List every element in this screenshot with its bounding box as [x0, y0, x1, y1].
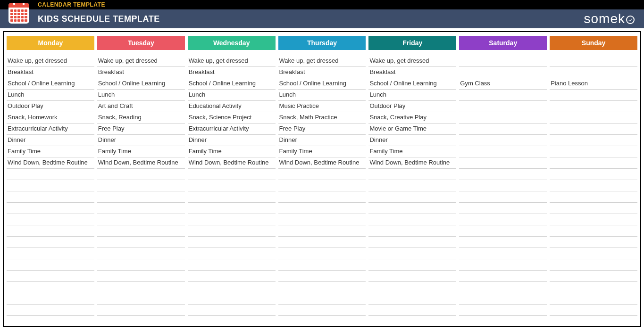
schedule-cell[interactable] [459, 191, 547, 203]
schedule-cell[interactable] [459, 305, 547, 316]
schedule-cell[interactable]: Wake up, get dressed [7, 56, 94, 67]
schedule-cell[interactable] [97, 169, 185, 180]
schedule-cell[interactable] [550, 90, 637, 101]
schedule-cell[interactable] [550, 271, 637, 282]
schedule-cell[interactable]: School / Online Learning [188, 78, 276, 90]
schedule-cell[interactable] [459, 67, 547, 78]
schedule-cell[interactable] [188, 248, 276, 259]
schedule-cell[interactable] [550, 180, 637, 191]
schedule-cell[interactable] [368, 191, 456, 203]
schedule-cell[interactable] [368, 225, 456, 237]
schedule-cell[interactable] [97, 225, 185, 237]
schedule-cell[interactable]: Dinner [278, 135, 366, 146]
schedule-cell[interactable] [459, 124, 547, 135]
schedule-cell[interactable] [278, 169, 366, 180]
schedule-cell[interactable] [7, 225, 94, 237]
schedule-cell[interactable] [368, 248, 456, 259]
schedule-cell[interactable]: Free Play [97, 124, 185, 135]
schedule-cell[interactable]: Snack, Homework [7, 112, 94, 124]
schedule-cell[interactable] [459, 112, 547, 124]
schedule-cell[interactable]: Gym Class [459, 78, 547, 90]
schedule-cell[interactable]: Lunch [97, 90, 185, 101]
schedule-cell[interactable] [459, 237, 547, 248]
schedule-cell[interactable] [278, 180, 366, 191]
schedule-cell[interactable] [459, 259, 547, 271]
schedule-cell[interactable] [368, 214, 456, 225]
schedule-cell[interactable] [188, 169, 276, 180]
schedule-cell[interactable] [550, 259, 637, 271]
schedule-cell[interactable]: Breakfast [97, 67, 185, 78]
schedule-cell[interactable] [7, 180, 94, 191]
schedule-cell[interactable]: Breakfast [278, 67, 366, 78]
schedule-cell[interactable]: Music Practice [278, 101, 366, 112]
schedule-cell[interactable]: Breakfast [188, 67, 276, 78]
schedule-cell[interactable]: Free Play [278, 124, 366, 135]
schedule-cell[interactable] [459, 293, 547, 305]
schedule-cell[interactable] [97, 237, 185, 248]
schedule-cell[interactable] [97, 191, 185, 203]
schedule-cell[interactable] [188, 282, 276, 293]
schedule-cell[interactable]: Family Time [7, 146, 94, 157]
schedule-cell[interactable]: Dinner [188, 135, 276, 146]
schedule-cell[interactable] [188, 259, 276, 271]
schedule-cell[interactable] [550, 157, 637, 169]
schedule-cell[interactable] [7, 271, 94, 282]
schedule-cell[interactable]: Family Time [278, 146, 366, 157]
schedule-cell[interactable] [97, 259, 185, 271]
schedule-cell[interactable] [7, 305, 94, 316]
schedule-cell[interactable] [278, 203, 366, 214]
schedule-cell[interactable]: School / Online Learning [368, 78, 456, 90]
schedule-cell[interactable] [550, 146, 637, 157]
schedule-cell[interactable] [368, 305, 456, 316]
schedule-cell[interactable] [97, 293, 185, 305]
schedule-cell[interactable]: Lunch [368, 90, 456, 101]
schedule-cell[interactable] [368, 293, 456, 305]
schedule-cell[interactable] [550, 293, 637, 305]
schedule-cell[interactable]: Extracurricular Activity [7, 124, 94, 135]
schedule-cell[interactable] [459, 282, 547, 293]
schedule-cell[interactable] [7, 237, 94, 248]
schedule-cell[interactable] [7, 214, 94, 225]
schedule-cell[interactable] [550, 67, 637, 78]
schedule-cell[interactable] [278, 248, 366, 259]
schedule-cell[interactable] [459, 56, 547, 67]
schedule-cell[interactable]: Snack, Science Project [188, 112, 276, 124]
schedule-cell[interactable] [7, 203, 94, 214]
schedule-cell[interactable]: Wake up, get dressed [97, 56, 185, 67]
schedule-cell[interactable]: Snack, Math Practice [278, 112, 366, 124]
schedule-cell[interactable] [278, 305, 366, 316]
schedule-cell[interactable] [278, 214, 366, 225]
schedule-cell[interactable] [7, 293, 94, 305]
schedule-cell[interactable] [278, 259, 366, 271]
schedule-cell[interactable] [97, 214, 185, 225]
schedule-cell[interactable]: Wake up, get dressed [278, 56, 366, 67]
schedule-cell[interactable] [550, 191, 637, 203]
schedule-cell[interactable] [459, 169, 547, 180]
schedule-cell[interactable] [278, 282, 366, 293]
schedule-cell[interactable]: Breakfast [7, 67, 94, 78]
schedule-cell[interactable] [188, 305, 276, 316]
schedule-cell[interactable] [459, 157, 547, 169]
schedule-cell[interactable]: Wind Down, Bedtime Routine [7, 157, 94, 169]
schedule-cell[interactable] [7, 259, 94, 271]
schedule-cell[interactable] [188, 180, 276, 191]
schedule-cell[interactable]: Lunch [188, 90, 276, 101]
schedule-cell[interactable] [550, 135, 637, 146]
schedule-cell[interactable]: Dinner [368, 135, 456, 146]
schedule-cell[interactable] [188, 237, 276, 248]
schedule-cell[interactable]: Educational Activity [188, 101, 276, 112]
schedule-cell[interactable]: School / Online Learning [7, 78, 94, 90]
schedule-cell[interactable] [459, 90, 547, 101]
schedule-cell[interactable]: Wind Down, Bedtime Routine [188, 157, 276, 169]
schedule-cell[interactable]: Family Time [97, 146, 185, 157]
schedule-cell[interactable] [368, 282, 456, 293]
schedule-cell[interactable]: Movie or Game Time [368, 124, 456, 135]
schedule-cell[interactable] [550, 56, 637, 67]
schedule-cell[interactable]: Family Time [368, 146, 456, 157]
schedule-cell[interactable] [278, 271, 366, 282]
schedule-cell[interactable] [188, 293, 276, 305]
schedule-cell[interactable] [459, 146, 547, 157]
schedule-cell[interactable] [278, 225, 366, 237]
schedule-cell[interactable] [368, 203, 456, 214]
schedule-cell[interactable]: School / Online Learning [97, 78, 185, 90]
